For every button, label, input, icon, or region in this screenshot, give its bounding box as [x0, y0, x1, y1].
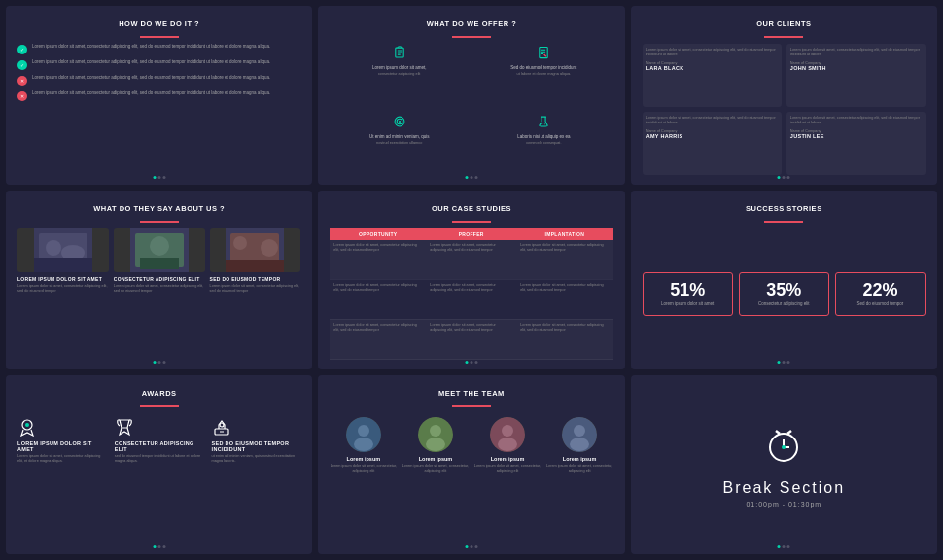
slide1-dots: [153, 176, 165, 179]
slide1-item2: Lorem ipsum dolor sit amet, consectetur …: [17, 59, 300, 70]
dot: [787, 176, 790, 179]
dot: [783, 545, 786, 548]
success-item-1: 51% Lorem ipsum dolor sit amet: [643, 272, 733, 317]
client-name-4: JUSTIN LEE: [790, 133, 922, 139]
dot: [474, 545, 477, 548]
client-text-2: Lorem ipsum dolor sit amet, consectetur …: [790, 48, 922, 58]
slide3-dots: [778, 176, 790, 179]
testimonial-title-3: Sed do eiusmod tempor: [210, 276, 301, 282]
slide1-item4: Lorem ipsum dolor sit amet, consectetur …: [17, 90, 300, 101]
client-name-3: AMY HARRIS: [646, 133, 778, 139]
check-icon-1: [17, 45, 27, 54]
client-text-1: Lorem ipsum dolor sit amet, consectetur …: [646, 48, 778, 58]
offer-title-3: Ut enim ad minim veniam, quis: [369, 134, 430, 139]
offer-item-3: Ut enim ad minim veniam, quis nostrud ex…: [330, 113, 469, 176]
success-grid: 51% Lorem ipsum dolor sit amet 35% Conse…: [643, 228, 926, 360]
offer-item-4: Laboris nisi ut aliquip ex ea commodo co…: [474, 113, 613, 176]
dot: [157, 176, 160, 179]
svg-rect-18: [34, 258, 92, 272]
award-icon-1: [17, 417, 37, 437]
slide5-title: Our Case Studies: [330, 204, 612, 213]
testimonials-container: Lorem ipsum dolor sit amet Lorem ipsum d…: [17, 228, 300, 360]
testimonial-img-1: [17, 228, 109, 272]
success-percent-3: 22%: [840, 281, 921, 298]
case-cell-1-3: Lorem ipsum dolor sit amet, consectetur …: [516, 240, 613, 279]
client-4: Lorem ipsum dolor sit amet, consectetur …: [786, 112, 926, 175]
col-header-1: Opportunity: [330, 228, 426, 240]
slide2-title: What Do We Offer ?: [330, 19, 612, 28]
slide-break-section: Break Section 01:00pm - 01:30pm: [631, 375, 937, 554]
offer-text-1: consectetur adipiscing elit: [378, 72, 420, 77]
team-text-4: Lorem ipsum dolor sit amet, consectetur,…: [546, 464, 613, 474]
case-row-3: Lorem ipsum dolor sit amet, consectetur …: [330, 319, 612, 359]
testimonial-2: Consectetur adipiscing elit Lorem ipsum …: [114, 228, 205, 360]
clock-icon: [764, 426, 803, 472]
award-text-3: ut enim ad minim veniam, quis nostrud ex…: [212, 454, 301, 465]
team-name-1: Lorem ipsum: [347, 456, 381, 462]
team-name-4: Lorem ipsum: [563, 456, 597, 462]
offer-title-2: Sed do eiusmod tempor incididunt: [510, 65, 576, 70]
slide-case-studies: Our Case Studies Opportunity Proffer Imp…: [318, 191, 624, 369]
client-name-1: LARA BLACK: [646, 65, 778, 71]
success-percent-2: 35%: [744, 281, 824, 298]
case-cell-3-2: Lorem ipsum dolor sit amet, consectetur …: [426, 319, 516, 359]
dot: [470, 545, 472, 548]
award-text-1: Lorem ipsum dolor sit amet, consectetur …: [17, 454, 107, 465]
testimonial-title-2: Consectetur adipiscing elit: [114, 276, 205, 282]
testimonial-img-2: [114, 228, 205, 272]
team-member-3: Lorem ipsum Lorem ipsum dolor sit amet, …: [473, 417, 541, 474]
svg-point-39: [430, 425, 441, 437]
check-icon-2: [17, 60, 27, 70]
slide1-text4: Lorem ipsum dolor sit amet, consectetur …: [32, 90, 270, 96]
award-3: Sed do eiusmod TEMPOR INCIDIDUNT ut enim…: [212, 417, 301, 465]
target-icon: [391, 113, 408, 130]
break-time: 01:00pm - 01:30pm: [746, 501, 821, 508]
client-name-2: JOHN SMITH: [790, 65, 922, 71]
slide8-dots: [465, 545, 477, 548]
slide1-item3: Lorem ipsum dolor sit amet, consectetur …: [17, 75, 300, 86]
slide8-title: Meet The Team: [330, 389, 612, 398]
offer-title-4: Laboris nisi ut aliquip ex ea: [517, 134, 570, 139]
slide8-divider: [452, 405, 491, 407]
offer-item-1: Lorem ipsum dolor sit amet, consectetur …: [330, 44, 469, 107]
svg-point-29: [25, 423, 29, 427]
svg-point-13: [544, 123, 545, 124]
dot: [162, 176, 165, 179]
slide1-text3: Lorem ipsum dolor sit amet, consectetur …: [32, 75, 270, 81]
case-cell-3-1: Lorem ipsum dolor sit amet, consectetur …: [330, 319, 426, 359]
slide9-dots: [778, 545, 790, 548]
dot: [157, 545, 160, 548]
case-cell-2-2: Lorem ipsum dolor sit amet, consectetur …: [426, 279, 516, 319]
dot: [465, 545, 468, 548]
slide1-item1: Lorem ipsum dolor sit amet, consectetur …: [17, 44, 300, 54]
dot: [778, 361, 781, 364]
svg-point-43: [498, 438, 517, 451]
client-text-4: Lorem ipsum dolor sit amet, consectetur …: [790, 116, 922, 126]
team-name-2: Lorem ipsum: [419, 456, 453, 462]
case-cell-1-2: Lorem ipsum dolor sit amet, consectetur …: [426, 240, 516, 279]
team-photo-1: [346, 417, 381, 452]
team-photo-3: [490, 417, 525, 452]
offer-text-4: commodo consequat.: [526, 141, 561, 146]
team-member-4: Lorem ipsum Lorem ipsum dolor sit amet, …: [546, 417, 613, 474]
team-text-3: Lorem ipsum dolor sit amet, consectetur,…: [473, 464, 541, 474]
slide3-title: Our Clients: [643, 19, 926, 28]
slide7-dots: [153, 545, 165, 548]
dot: [465, 176, 468, 179]
testimonial-text-2: Lorem ipsum dolor sit amet, consectetur …: [114, 284, 205, 295]
client-1: Lorem ipsum dolor sit amet, consectetur …: [643, 44, 782, 107]
slide7-title: Awards: [17, 389, 300, 398]
testimonial-img-3: [210, 228, 301, 272]
team-photo-2: [418, 417, 453, 452]
team-grid: Lorem ipsum Lorem ipsum dolor sit amet, …: [330, 413, 612, 544]
dot: [778, 545, 781, 548]
dot: [153, 361, 156, 364]
slide6-dots: [778, 361, 790, 364]
col-header-3: Implantation: [516, 228, 613, 240]
document-icon: [535, 44, 552, 61]
offer-item-2: Sed do eiusmod tempor incididunt ut labo…: [474, 44, 613, 107]
testimonial-text-1: Lorem ipsum dolor sit amet, consectetur …: [17, 284, 109, 295]
client-text-3: Lorem ipsum dolor sit amet, consectetur …: [646, 116, 778, 126]
svg-point-16: [46, 240, 61, 256]
svg-point-48: [782, 445, 786, 449]
